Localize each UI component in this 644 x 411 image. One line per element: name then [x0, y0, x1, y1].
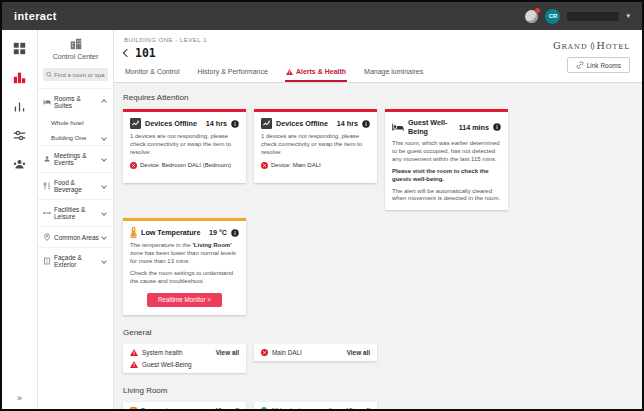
info-icon[interactable]: [231, 120, 239, 128]
device-label: Device: Main DALI: [271, 162, 321, 168]
interact-logo: interact: [14, 10, 57, 22]
summary-row-system-health: System health: [130, 349, 192, 356]
chevron-down-icon: [101, 258, 107, 264]
tab-history-performance[interactable]: History & Performance: [196, 60, 268, 82]
sidebar: Control Center Rooms & Suites Whole hote…: [38, 30, 114, 409]
people-icon: [43, 155, 51, 163]
summary-row-temperature: Temperature: [130, 407, 177, 409]
alert-card-devices-offline-bedroom: Devices Offline 14 hrs 1 devices are not…: [123, 109, 246, 183]
info-icon[interactable]: [231, 229, 239, 237]
info-icon[interactable]: [362, 120, 370, 128]
grand-hotel-logo: Grand Hotel: [553, 40, 630, 51]
control-center-icon[interactable]: [12, 69, 28, 85]
tab-monitor-control[interactable]: Monitor & Control: [124, 60, 180, 82]
user-menu-chevron-down-icon[interactable]: ▾: [626, 12, 630, 20]
alert-card-low-temperature: Low Temperature 19 °C The temperature in…: [123, 218, 246, 315]
tab-bar: Monitor & Control History & Performance …: [114, 60, 642, 83]
search-icon: [46, 71, 52, 78]
sidebar-item-meetings-events[interactable]: Meetings & Events: [38, 145, 113, 172]
thermometer-icon: [130, 227, 137, 238]
section-title: General: [123, 328, 633, 337]
back-icon[interactable]: [123, 49, 131, 57]
link-rooms-label: Link Rooms: [587, 62, 621, 69]
alert-card-guest-wellbeing: Guest Well-Being 114 mins This room, whi…: [385, 109, 508, 210]
tab-alerts-health[interactable]: Alerts & Health: [285, 60, 347, 82]
user-avatar[interactable]: CR: [545, 9, 560, 24]
alert-body: The alert will be automatically cleared …: [392, 188, 501, 204]
bed-icon: [43, 98, 51, 106]
alert-body: 1 devices are not responding, please che…: [261, 133, 370, 157]
sidebar-item-label: Façade & Exterior: [54, 254, 99, 268]
info-icon[interactable]: [493, 123, 501, 131]
alert-body-text: The temperature in the: [130, 242, 192, 248]
device-row: Device: Bedroom DALI (Bedroom): [130, 162, 239, 169]
alert-body-text: zone has been lower than normal levels f…: [130, 250, 236, 264]
chevron-down-icon: [101, 234, 107, 240]
warning-icon: [286, 69, 293, 75]
search-input[interactable]: [54, 72, 105, 78]
settings-sliders-icon[interactable]: [12, 127, 28, 143]
summary-row-label: Main DALI: [272, 349, 302, 356]
guest-wellbeing-icon: [392, 122, 404, 132]
view-all-link[interactable]: View all: [347, 407, 370, 409]
summary-card-main-dali: Main DALI View all: [254, 344, 377, 361]
summary-row-label: Guest Well-Being: [142, 361, 192, 368]
dashboard-icon[interactable]: [12, 40, 28, 56]
summary-row-label: All luminaires are online: [271, 407, 339, 409]
tab-manage-luminaires[interactable]: Manage luminaires: [363, 60, 424, 82]
view-all-link[interactable]: View all: [347, 349, 370, 356]
topbar: interact CR ▾: [2, 2, 642, 30]
icon-rail: »: [2, 30, 38, 409]
link-rooms-button[interactable]: Link Rooms: [567, 57, 630, 73]
error-icon: [261, 349, 268, 356]
alert-card-title: Devices Offline: [276, 119, 333, 128]
sidebar-item-whole-hotel[interactable]: Whole hotel: [38, 115, 113, 130]
view-all-link[interactable]: View all: [216, 349, 239, 368]
alert-cards-row-2: Low Temperature 19 °C The temperature in…: [123, 218, 633, 315]
section-living-room: Living Room Temperature View all: [123, 386, 633, 409]
collapse-sidebar-icon[interactable]: »: [17, 393, 22, 403]
alert-duration: 14 hrs: [206, 119, 227, 128]
map-pin-icon: [43, 233, 51, 241]
alert-card-title: Low Temperature: [141, 228, 205, 237]
users-icon[interactable]: [12, 156, 28, 172]
summary-row-main-dali: Main DALI: [261, 349, 302, 356]
devices-offline-icon: [130, 118, 141, 129]
alert-card-devices-offline-main: Devices Offline 14 hrs 1 devices are not…: [254, 109, 377, 183]
error-icon: [130, 162, 137, 169]
alert-body-zone: 'Living Room': [192, 242, 231, 248]
alerts-content: Requires Attention Devices Offline 14 hr…: [114, 83, 642, 409]
notifications-icon[interactable]: [525, 10, 538, 23]
sidebar-item-facade-exterior[interactable]: Façade & Exterior: [38, 247, 113, 274]
sidebar-item-common-areas[interactable]: Common Areas: [38, 226, 113, 247]
summary-row-guest-wellbeing: Guest Well-Being: [130, 361, 192, 368]
alert-card-title: Guest Well-Being: [408, 118, 455, 136]
search-box[interactable]: [43, 68, 108, 81]
sidebar-item-building-one[interactable]: Building One: [38, 130, 113, 145]
sidebar-item-rooms-suites[interactable]: Rooms & Suites: [38, 88, 113, 115]
link-icon: [576, 61, 584, 69]
dumbbell-icon: [43, 209, 51, 217]
sidebar-item-label: Common Areas: [54, 234, 99, 241]
devices-offline-icon: [261, 118, 272, 129]
reports-chart-icon[interactable]: [12, 98, 28, 114]
building-icon: [43, 257, 51, 265]
app-window: interact CR ▾: [0, 0, 644, 411]
tab-label: Alerts & Health: [296, 68, 346, 75]
alert-body: This room, which was earlier determined …: [392, 140, 501, 164]
notification-badge: [535, 8, 540, 13]
alert-body-emphasis: Please visit the room to check the guest…: [392, 168, 501, 184]
realtime-monitor-button[interactable]: Realtime Monitor >: [147, 293, 222, 307]
sidebar-item-food-beverage[interactable]: Food & Beverage: [38, 172, 113, 199]
sidebar-item-facilities-leisure[interactable]: Facilities & Leisure: [38, 199, 113, 226]
chevron-down-icon: [101, 183, 107, 189]
alert-duration: 14 hrs: [337, 119, 358, 128]
sidebar-item-label: Meetings & Events: [54, 152, 99, 166]
section-general: General System health Guest Well-Bei: [123, 328, 633, 373]
sidebar-item-label: Food & Beverage: [54, 179, 99, 193]
view-all-link[interactable]: View all: [216, 407, 239, 409]
sidebar-nav: Rooms & Suites Whole hotel Building One …: [38, 88, 113, 409]
online-status-icon: [261, 407, 267, 409]
temperature-alert-icon: [130, 407, 137, 409]
sidebar-subitem-label: Whole hotel: [51, 119, 108, 126]
